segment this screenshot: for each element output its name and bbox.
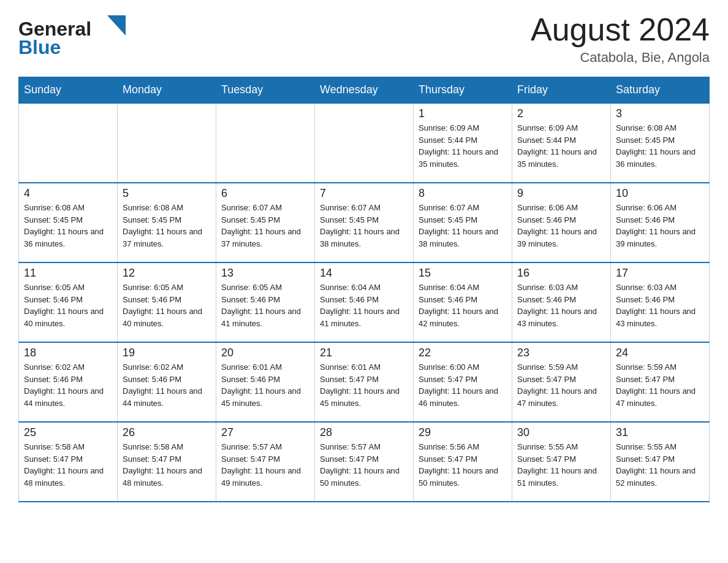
day-number: 29 — [419, 426, 507, 439]
day-number: 16 — [517, 267, 605, 280]
logo-area: General Blue — [18, 12, 135, 58]
day-info: Sunrise: 5:58 AMSunset: 5:47 PMDaylight:… — [123, 441, 211, 489]
calendar-week-1: 1Sunrise: 6:09 AMSunset: 5:44 PMDaylight… — [19, 103, 710, 183]
calendar-cell: 17Sunrise: 6:03 AMSunset: 5:46 PMDayligh… — [611, 262, 710, 342]
calendar-cell: 26Sunrise: 5:58 AMSunset: 5:47 PMDayligh… — [118, 422, 216, 502]
calendar-cell — [19, 103, 118, 183]
day-number: 26 — [123, 426, 211, 439]
svg-text:Blue: Blue — [18, 36, 61, 58]
day-info: Sunrise: 6:07 AMSunset: 5:45 PMDaylight:… — [419, 202, 507, 250]
day-number: 21 — [320, 347, 408, 359]
header-row: Sunday Monday Tuesday Wednesday Thursday… — [19, 77, 710, 104]
logo-svg: General Blue — [18, 12, 135, 58]
calendar-cell — [216, 103, 315, 183]
calendar-cell: 28Sunrise: 5:57 AMSunset: 5:47 PMDayligh… — [315, 422, 414, 502]
calendar-cell: 19Sunrise: 6:02 AMSunset: 5:46 PMDayligh… — [118, 342, 216, 422]
col-friday: Friday — [512, 77, 611, 104]
calendar-cell: 1Sunrise: 6:09 AMSunset: 5:44 PMDaylight… — [414, 103, 512, 183]
calendar-cell: 23Sunrise: 5:59 AMSunset: 5:47 PMDayligh… — [512, 342, 611, 422]
logo: General Blue — [18, 12, 135, 58]
col-sunday: Sunday — [19, 77, 118, 104]
calendar-week-5: 25Sunrise: 5:58 AMSunset: 5:47 PMDayligh… — [19, 422, 710, 502]
day-info: Sunrise: 5:59 AMSunset: 5:47 PMDaylight:… — [517, 361, 605, 409]
day-number: 6 — [221, 187, 309, 200]
calendar-cell: 11Sunrise: 6:05 AMSunset: 5:46 PMDayligh… — [19, 262, 118, 342]
calendar-week-4: 18Sunrise: 6:02 AMSunset: 5:46 PMDayligh… — [19, 342, 710, 422]
calendar-cell: 6Sunrise: 6:07 AMSunset: 5:45 PMDaylight… — [216, 183, 315, 262]
calendar-cell: 8Sunrise: 6:07 AMSunset: 5:45 PMDaylight… — [414, 183, 512, 262]
title-area: August 2024 Catabola, Bie, Angola — [531, 12, 710, 66]
day-info: Sunrise: 6:07 AMSunset: 5:45 PMDaylight:… — [320, 202, 408, 250]
calendar-cell: 21Sunrise: 6:01 AMSunset: 5:47 PMDayligh… — [315, 342, 414, 422]
calendar-body: 1Sunrise: 6:09 AMSunset: 5:44 PMDaylight… — [19, 103, 710, 502]
day-info: Sunrise: 6:04 AMSunset: 5:46 PMDaylight:… — [419, 282, 507, 329]
day-info: Sunrise: 6:02 AMSunset: 5:46 PMDaylight:… — [24, 361, 112, 409]
day-info: Sunrise: 5:59 AMSunset: 5:47 PMDaylight:… — [616, 361, 704, 409]
col-monday: Monday — [118, 77, 216, 104]
day-info: Sunrise: 5:57 AMSunset: 5:47 PMDaylight:… — [320, 441, 408, 489]
calendar-cell: 24Sunrise: 5:59 AMSunset: 5:47 PMDayligh… — [611, 342, 710, 422]
day-number: 23 — [517, 347, 605, 359]
day-number: 31 — [616, 426, 704, 439]
svg-marker-1 — [107, 15, 126, 36]
calendar-week-3: 11Sunrise: 6:05 AMSunset: 5:46 PMDayligh… — [19, 262, 710, 342]
calendar-cell: 12Sunrise: 6:05 AMSunset: 5:46 PMDayligh… — [118, 262, 216, 342]
day-number: 3 — [616, 107, 704, 120]
day-info: Sunrise: 6:04 AMSunset: 5:46 PMDaylight:… — [320, 282, 408, 329]
calendar-cell: 20Sunrise: 6:01 AMSunset: 5:46 PMDayligh… — [216, 342, 315, 422]
day-info: Sunrise: 6:08 AMSunset: 5:45 PMDaylight:… — [616, 122, 704, 170]
calendar-cell: 16Sunrise: 6:03 AMSunset: 5:46 PMDayligh… — [512, 262, 611, 342]
calendar-cell: 30Sunrise: 5:55 AMSunset: 5:47 PMDayligh… — [512, 422, 611, 502]
day-number: 20 — [221, 347, 309, 359]
calendar-cell: 18Sunrise: 6:02 AMSunset: 5:46 PMDayligh… — [19, 342, 118, 422]
day-number: 4 — [24, 187, 112, 200]
col-tuesday: Tuesday — [216, 77, 315, 104]
day-number: 18 — [24, 347, 112, 359]
calendar-cell: 9Sunrise: 6:06 AMSunset: 5:46 PMDaylight… — [512, 183, 611, 262]
day-number: 9 — [517, 187, 605, 200]
col-thursday: Thursday — [414, 77, 512, 104]
calendar-cell: 31Sunrise: 5:55 AMSunset: 5:47 PMDayligh… — [611, 422, 710, 502]
calendar-cell: 3Sunrise: 6:08 AMSunset: 5:45 PMDaylight… — [611, 103, 710, 183]
day-number: 7 — [320, 187, 408, 200]
day-info: Sunrise: 5:56 AMSunset: 5:47 PMDaylight:… — [419, 441, 507, 489]
day-number: 13 — [221, 267, 309, 280]
col-wednesday: Wednesday — [315, 77, 414, 104]
calendar-table: Sunday Monday Tuesday Wednesday Thursday… — [18, 77, 710, 502]
day-info: Sunrise: 6:01 AMSunset: 5:47 PMDaylight:… — [320, 361, 408, 409]
day-number: 2 — [517, 107, 605, 120]
month-title: August 2024 — [531, 12, 710, 47]
calendar-cell: 7Sunrise: 6:07 AMSunset: 5:45 PMDaylight… — [315, 183, 414, 262]
day-number: 1 — [419, 107, 507, 120]
day-number: 25 — [24, 426, 112, 439]
day-number: 22 — [419, 347, 507, 359]
day-info: Sunrise: 6:03 AMSunset: 5:46 PMDaylight:… — [616, 282, 704, 329]
day-info: Sunrise: 6:01 AMSunset: 5:46 PMDaylight:… — [221, 361, 309, 409]
day-info: Sunrise: 6:09 AMSunset: 5:44 PMDaylight:… — [419, 122, 507, 170]
calendar-cell: 4Sunrise: 6:08 AMSunset: 5:45 PMDaylight… — [19, 183, 118, 262]
day-number: 15 — [419, 267, 507, 280]
calendar-cell: 29Sunrise: 5:56 AMSunset: 5:47 PMDayligh… — [414, 422, 512, 502]
day-number: 14 — [320, 267, 408, 280]
day-info: Sunrise: 6:06 AMSunset: 5:46 PMDaylight:… — [616, 202, 704, 250]
day-number: 19 — [123, 347, 211, 359]
col-saturday: Saturday — [611, 77, 710, 104]
day-info: Sunrise: 6:08 AMSunset: 5:45 PMDaylight:… — [24, 202, 112, 250]
day-number: 30 — [517, 426, 605, 439]
calendar-week-2: 4Sunrise: 6:08 AMSunset: 5:45 PMDaylight… — [19, 183, 710, 262]
calendar-cell: 22Sunrise: 6:00 AMSunset: 5:47 PMDayligh… — [414, 342, 512, 422]
day-info: Sunrise: 6:00 AMSunset: 5:47 PMDaylight:… — [419, 361, 507, 409]
calendar-cell: 14Sunrise: 6:04 AMSunset: 5:46 PMDayligh… — [315, 262, 414, 342]
day-number: 24 — [616, 347, 704, 359]
calendar-cell: 15Sunrise: 6:04 AMSunset: 5:46 PMDayligh… — [414, 262, 512, 342]
day-number: 10 — [616, 187, 704, 200]
day-number: 5 — [123, 187, 211, 200]
location-title: Catabola, Bie, Angola — [531, 50, 710, 66]
day-info: Sunrise: 6:07 AMSunset: 5:45 PMDaylight:… — [221, 202, 309, 250]
day-number: 28 — [320, 426, 408, 439]
day-info: Sunrise: 6:05 AMSunset: 5:46 PMDaylight:… — [123, 282, 211, 329]
day-info: Sunrise: 5:55 AMSunset: 5:47 PMDaylight:… — [616, 441, 704, 489]
calendar-cell: 2Sunrise: 6:09 AMSunset: 5:44 PMDaylight… — [512, 103, 611, 183]
day-info: Sunrise: 5:58 AMSunset: 5:47 PMDaylight:… — [24, 441, 112, 489]
calendar-cell — [315, 103, 414, 183]
